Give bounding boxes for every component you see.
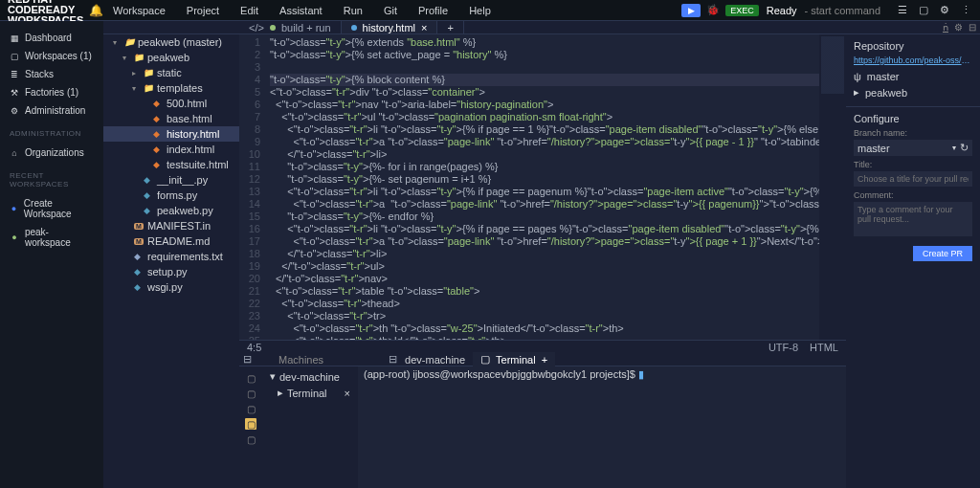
term-icon-5[interactable]: ▢ — [245, 433, 256, 445]
encoding[interactable]: UTF-8 — [768, 342, 798, 353]
file-tree-item[interactable]: ◆__init__.py — [103, 172, 239, 188]
file-tree-item[interactable]: ◆peakweb.py — [103, 203, 239, 218]
term-icon-3[interactable]: ▢ — [245, 403, 256, 414]
toolbar-icons: ☰ ▢ ⚙ ⋮ — [896, 4, 972, 17]
branch-name-label: Branch name: — [854, 128, 972, 138]
dev-machine-label[interactable]: dev-machine — [405, 354, 465, 366]
cursor-pos: 4:5 — [247, 342, 261, 353]
file-tree-item[interactable]: ◆base.html — [103, 111, 239, 126]
nav-item[interactable]: ⚙Administration — [0, 101, 103, 120]
refresh-icon[interactable]: ↻ — [960, 142, 969, 154]
nav-item[interactable]: ⚒Factories (1) — [0, 83, 103, 101]
term-icon-2[interactable]: ▢ — [245, 388, 256, 399]
file-tree-item[interactable]: ◆index.html — [103, 142, 239, 157]
code[interactable]: "t-o">class="t-y">{% extends "base.html"… — [266, 34, 819, 340]
window-icon[interactable]: ▢ — [917, 4, 930, 17]
tab-run-label: build + run — [281, 22, 331, 33]
toolbar-right: ▶ 🐞 EXEC Ready - start command ☰ ▢ ⚙ ⋮ — [681, 4, 980, 17]
debug-button[interactable]: 🐞 — [706, 4, 720, 16]
file-tree-item[interactable]: ▾📁peakweb — [103, 50, 239, 65]
terminal-tab-label: Terminal — [496, 354, 536, 366]
menu-workspace[interactable]: Workspace — [103, 2, 175, 19]
menu-project[interactable]: Project — [177, 2, 229, 19]
bell-icon[interactable]: 🔔 — [89, 5, 103, 16]
left-nav: ▦Dashboard▢Workspaces (1)≣Stacks⚒Factori… — [0, 21, 103, 488]
more-icon[interactable]: ⋮ — [959, 4, 972, 17]
tab-file[interactable]: history.html × — [342, 21, 438, 33]
right-panel-tabs: ṅ ⚙ ⊟ — [846, 21, 980, 34]
configure-heading: Configure — [854, 113, 972, 124]
rp-branch-icon[interactable]: ṅ — [943, 22, 948, 33]
menu-git[interactable]: Git — [374, 2, 407, 19]
repo-heading: Repository — [854, 40, 972, 52]
nav-recent-item[interactable]: ●peak-workspace — [0, 223, 103, 252]
nav-recent-item[interactable]: ●Create Workspace — [0, 194, 103, 223]
editor-statusbar: 4:5 UTF-8 HTML — [239, 340, 846, 353]
editor-area: </> build + run history.html × + 1234567… — [239, 21, 846, 488]
nav-item[interactable]: ⌂Organizations — [0, 144, 103, 162]
branch-row[interactable]: ψmaster — [854, 69, 972, 84]
nav-head-recent: RECENT WORKSPACES — [0, 166, 103, 190]
code-pane[interactable]: 1234567891011121314151617181920212223242… — [239, 34, 846, 340]
rp-close-icon[interactable]: ⊟ — [969, 22, 976, 33]
term-machine-item[interactable]: ▾ dev-machine — [264, 368, 356, 385]
machines-label: Machines — [259, 354, 323, 366]
menu-edit[interactable]: Edit — [231, 2, 268, 19]
create-pr-button[interactable]: Create PR — [913, 246, 972, 261]
tab-run[interactable]: </> build + run — [239, 21, 342, 33]
branch-select[interactable]: master▾↻ — [854, 140, 972, 156]
file-tree-item[interactable]: ◆requirements.txt — [103, 249, 239, 264]
close-icon[interactable]: × — [345, 388, 350, 399]
file-tree-item[interactable]: ▾📁templates — [103, 80, 239, 96]
language[interactable]: HTML — [810, 342, 838, 353]
collapse-icon[interactable]: ⊟ — [243, 353, 252, 366]
menu-help[interactable]: Help — [459, 2, 501, 19]
right-panel: ṅ ⚙ ⊟ Repository https://github.com/peak… — [846, 21, 980, 488]
term-icon-1[interactable]: ▢ — [245, 372, 256, 384]
terminal-body[interactable]: (app-root) ijboss@workspacevbpjggbwbgokc… — [358, 366, 846, 488]
titlebar: RED HAT CODEREADY WORKSPACES 🔔 Workspace… — [0, 0, 980, 21]
folder-row[interactable]: ▸peakweb — [854, 84, 972, 100]
nav-head-admin: ADMINISTRATION — [0, 123, 103, 140]
file-tree-item[interactable]: ◆wsgi.py — [103, 279, 239, 295]
file-tree-item[interactable]: ◆forms.py — [103, 188, 239, 203]
minimap[interactable] — [819, 34, 846, 340]
run-button[interactable]: ▶ — [681, 4, 701, 17]
file-tree-item[interactable]: ◆history.html — [103, 126, 239, 142]
exec-badge: EXEC — [725, 5, 759, 16]
terminal-gutter: ▢ ▢ ▢ ▢ ▢ — [239, 366, 262, 488]
file-tree: ▾📁peakweb (master)▾📁peakweb▸📁static▾📁tem… — [103, 21, 239, 488]
nav-item[interactable]: ▢Workspaces (1) — [0, 47, 103, 65]
close-icon[interactable]: × — [421, 22, 427, 33]
folder-icon: ▸ — [854, 86, 859, 99]
file-tree-item[interactable]: ◆testsuite.html — [103, 157, 239, 172]
terminal-prompt: (app-root) ijboss@workspacevbpjggbwbgokc… — [364, 368, 638, 380]
term-terminal-item[interactable]: ▸ Terminal × — [264, 385, 356, 401]
terminal-tab[interactable]: ▢ Terminal + — [473, 352, 555, 366]
file-tree-item[interactable]: ◆setup.py — [103, 264, 239, 279]
terminal: ▢ ▢ ▢ ▢ ▢ ▾ dev-machine ▸ Terminal × (ap… — [239, 366, 846, 488]
comment-input[interactable] — [854, 202, 972, 236]
term-icon-active[interactable]: ▢ — [245, 418, 256, 430]
nav-item[interactable]: ≣Stacks — [0, 65, 103, 83]
repo-url[interactable]: https://github.com/peak-oss/peakw... — [854, 55, 972, 65]
menu-bar: WorkspaceProjectEditAssistantRunGitProfi… — [103, 2, 501, 19]
file-tree-item[interactable]: ◆500.html — [103, 96, 239, 111]
tab-new[interactable]: + — [437, 21, 463, 33]
menu-run[interactable]: Run — [334, 2, 372, 19]
file-tree-item[interactable]: ▾📁peakweb (master) — [103, 34, 239, 50]
tab-file-label: history.html — [363, 22, 415, 33]
title-input[interactable] — [854, 171, 972, 187]
chevron-down-icon: ▾ — [952, 144, 956, 152]
menu-profile[interactable]: Profile — [409, 2, 457, 19]
comment-label: Comment: — [854, 190, 972, 200]
gear-icon[interactable]: ⚙ — [938, 4, 951, 17]
list-icon[interactable]: ☰ — [896, 4, 909, 17]
menu-assistant[interactable]: Assistant — [270, 2, 332, 19]
rp-gear-icon[interactable]: ⚙ — [954, 22, 963, 33]
file-tree-item[interactable]: MMANIFEST.in — [103, 218, 239, 233]
run-status: EXEC Ready - start command — [725, 5, 880, 16]
file-tree-item[interactable]: ▸📁static — [103, 65, 239, 80]
nav-item[interactable]: ▦Dashboard — [0, 29, 103, 47]
file-tree-item[interactable]: MREADME.md — [103, 233, 239, 249]
